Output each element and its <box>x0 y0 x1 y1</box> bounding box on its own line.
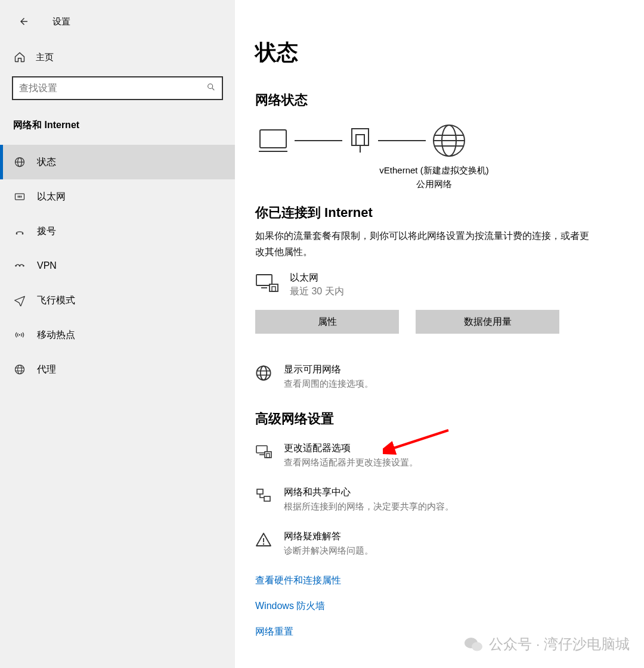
sidebar-item-ethernet[interactable]: 以太网 <box>0 179 235 214</box>
watermark-text: 公众号 · 湾仔沙电脑城 <box>489 635 630 654</box>
page-title: 状态 <box>255 38 620 67</box>
ethernet-icon <box>13 191 26 203</box>
svg-point-18 <box>18 365 22 374</box>
firewall-link[interactable]: Windows 防火墙 <box>255 600 620 613</box>
svg-point-9 <box>16 233 18 235</box>
properties-button[interactable]: 属性 <box>255 310 399 334</box>
sidebar-item-dialup[interactable]: 拨号 <box>0 214 235 248</box>
connected-desc: 如果你的流量套餐有限制，则你可以将此网络设置为按流量计费的连接，或者更改其他属性… <box>255 228 589 260</box>
diagram-caption: vEthernet (新建虚拟交换机) 公用网络 <box>321 164 547 191</box>
svg-rect-39 <box>265 452 271 458</box>
sidebar-item-label: 移动热点 <box>37 329 75 341</box>
show-networks-title: 显示可用网络 <box>284 363 373 376</box>
settings-sidebar: 设置 主页 网络和 Internet 状态 以太网 <box>0 0 235 668</box>
troubleshoot-desc: 诊断并解决网络问题。 <box>284 545 373 557</box>
troubleshoot-row[interactable]: 网络疑难解答 诊断并解决网络问题。 <box>255 530 620 557</box>
svg-point-33 <box>256 366 270 380</box>
sharing-center-row[interactable]: 网络和共享中心 根据所连接到的网络，决定要共享的内容。 <box>255 486 620 512</box>
sharing-center-desc: 根据所连接到的网络，决定要共享的内容。 <box>284 501 454 512</box>
internet-globe-icon <box>432 123 466 158</box>
network-status-heading: 网络状态 <box>255 91 620 109</box>
svg-point-44 <box>263 543 264 545</box>
svg-rect-6 <box>18 196 19 198</box>
back-button[interactable] <box>16 13 32 30</box>
globe-icon <box>255 363 273 384</box>
sidebar-nav: 状态 以太网 拨号 VPN 飞行模式 <box>0 145 235 387</box>
arrow-left-icon <box>18 16 29 27</box>
sharing-icon <box>255 486 273 507</box>
sidebar-item-label: 以太网 <box>37 191 66 203</box>
svg-rect-42 <box>264 496 270 501</box>
search-box[interactable] <box>12 76 223 100</box>
wechat-icon <box>464 636 483 653</box>
sidebar-item-label: 飞行模式 <box>37 294 75 307</box>
show-networks-desc: 查看周围的连接选项。 <box>284 378 373 390</box>
sidebar-home[interactable]: 主页 <box>0 45 235 69</box>
hardware-link[interactable]: 查看硬件和连接属性 <box>255 574 620 587</box>
sidebar-item-label: VPN <box>37 260 57 271</box>
troubleshoot-title: 网络疑难解答 <box>284 530 373 543</box>
svg-point-15 <box>16 365 24 374</box>
svg-rect-41 <box>257 489 263 494</box>
svg-rect-22 <box>356 135 364 145</box>
search-input[interactable] <box>19 83 206 94</box>
ethernet-port-icon <box>348 126 372 155</box>
adapter-options-desc: 查看网络适配器并更改连接设置。 <box>284 457 418 468</box>
connection-buttons: 属性 数据使用量 <box>255 310 620 334</box>
svg-point-0 <box>208 84 213 89</box>
sharing-center-title: 网络和共享中心 <box>284 486 454 499</box>
watermark: 公众号 · 湾仔沙电脑城 <box>464 635 630 654</box>
adapter-options-title: 更改适配器选项 <box>284 442 418 455</box>
adapter-options-row[interactable]: 更改适配器选项 查看网络适配器并更改连接设置。 <box>255 442 620 468</box>
svg-point-10 <box>22 233 24 235</box>
vpn-icon <box>13 260 26 272</box>
sidebar-item-status[interactable]: 状态 <box>0 145 235 179</box>
show-networks-row[interactable]: 显示可用网络 查看周围的连接选项。 <box>255 363 620 390</box>
advanced-settings-heading: 高级网络设置 <box>255 410 620 428</box>
airplane-icon <box>13 294 26 306</box>
sidebar-item-label: 状态 <box>37 156 56 169</box>
sidebar-home-label: 主页 <box>36 52 54 63</box>
svg-rect-21 <box>352 129 369 145</box>
network-diagram <box>258 123 620 158</box>
svg-rect-7 <box>19 196 20 198</box>
warning-icon <box>255 530 273 551</box>
sidebar-item-label: 代理 <box>37 363 56 376</box>
search-icon <box>206 82 216 94</box>
connected-heading: 你已连接到 Internet <box>255 204 620 222</box>
sidebar-item-vpn[interactable]: VPN <box>0 248 235 283</box>
monitor-ethernet-icon <box>255 274 279 296</box>
sidebar-item-hotspot[interactable]: 移动热点 <box>0 318 235 352</box>
connection-sub: 最近 30 天内 <box>290 285 344 298</box>
sidebar-item-airplane[interactable]: 飞行模式 <box>0 283 235 318</box>
svg-rect-31 <box>270 284 278 291</box>
adapter-name: vEthernet (新建虚拟交换机) <box>321 164 547 178</box>
pc-icon <box>258 128 289 154</box>
connection-row: 以太网 最近 30 天内 <box>255 272 620 298</box>
svg-line-1 <box>212 88 214 90</box>
sidebar-item-proxy[interactable]: 代理 <box>0 352 235 387</box>
home-icon <box>13 51 26 63</box>
data-usage-button[interactable]: 数据使用量 <box>416 310 559 334</box>
app-title: 设置 <box>52 16 70 27</box>
adapter-icon <box>255 442 273 462</box>
sidebar-item-label: 拨号 <box>37 225 56 238</box>
network-profile: 公用网络 <box>321 178 547 191</box>
svg-rect-19 <box>260 130 286 148</box>
hotspot-icon <box>13 329 26 341</box>
svg-point-47 <box>472 642 482 651</box>
connection-name: 以太网 <box>290 272 344 284</box>
dialup-icon <box>13 225 26 237</box>
proxy-globe-icon <box>13 363 26 375</box>
globe-icon <box>13 156 26 168</box>
svg-point-14 <box>19 334 20 335</box>
main-content: 状态 网络状态 vEthernet (新建虚拟交换机) 公用网络 你已连接到 I… <box>235 0 644 668</box>
svg-rect-8 <box>21 196 22 198</box>
sidebar-category-heading: 网络和 Internet <box>0 100 235 136</box>
svg-point-34 <box>261 366 267 380</box>
